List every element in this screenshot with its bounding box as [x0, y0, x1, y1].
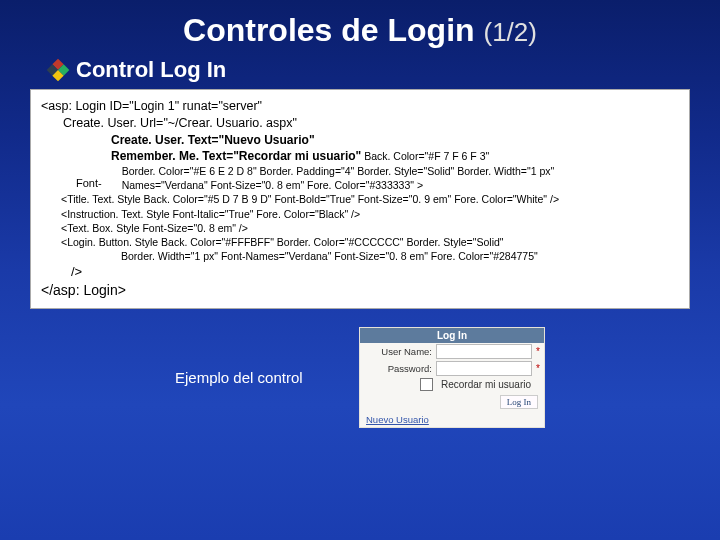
code-line-createurl: Create. User. Url="~/Crear. Usuario. asp…	[41, 115, 679, 132]
password-field[interactable]	[436, 361, 532, 376]
section-heading-row: Control Log In	[50, 57, 720, 83]
remember-label: Recordar mi usuario	[441, 379, 531, 390]
required-star-icon: *	[536, 363, 540, 374]
code-line-border: Border. Color="#E 6 E 2 D 8" Border. Pad…	[122, 164, 555, 178]
slide-title: Controles de Login (1/2)	[0, 0, 720, 49]
code-line-remember: Remember. Me. Text="Recordar mi usuario"…	[41, 148, 679, 164]
code-line-remember-strong: Remember. Me. Text="Recordar mi usuario"	[111, 149, 361, 163]
example-caption: Ejemplo del control	[175, 369, 335, 386]
code-close-login: </asp: Login>	[41, 281, 679, 300]
remember-row: Recordar mi usuario	[360, 377, 544, 392]
password-row: Password: *	[360, 360, 544, 377]
slide-title-fraction: (1/2)	[483, 17, 536, 47]
code-sub3: <Text. Box. Style Font-Size="0. 8 em" />	[61, 221, 679, 235]
slide-title-main: Controles de Login	[183, 12, 475, 48]
diamond-bullet-icon	[47, 59, 70, 82]
login-title-bar: Log In	[360, 328, 544, 343]
code-close-tag: />	[41, 263, 679, 281]
username-label: User Name:	[364, 346, 432, 357]
username-field[interactable]	[436, 344, 532, 359]
caption-row: Ejemplo del control Log In User Name: * …	[0, 327, 720, 428]
code-line-createtext: Create. User. Text="Nuevo Usuario"	[41, 132, 679, 148]
section-heading: Control Log In	[76, 57, 226, 83]
code-sub4a: <Login. Button. Style Back. Color="#FFFB…	[61, 235, 679, 249]
login-widget: Log In User Name: * Password: * Recordar…	[359, 327, 545, 428]
code-subblock: <Title. Text. Style Back. Color="#5 D 7 …	[41, 192, 679, 263]
code-line-remember-rest: Back. Color="#F 7 F 6 F 3"	[361, 150, 489, 162]
code-font-block: Font- Border. Color="#E 6 E 2 D 8" Borde…	[41, 164, 679, 192]
create-user-link[interactable]: Nuevo Usuario	[360, 412, 544, 427]
code-line-open: <asp: Login ID="Login 1" runat="server"	[41, 98, 679, 115]
required-star-icon: *	[536, 346, 540, 357]
login-button[interactable]: Log In	[500, 395, 538, 409]
remember-checkbox[interactable]	[420, 378, 433, 391]
code-line-names: Names="Verdana" Font-Size="0. 8 em" Fore…	[122, 178, 555, 192]
code-font-label: Font-	[76, 164, 102, 192]
username-row: User Name: *	[360, 343, 544, 360]
password-label: Password:	[364, 363, 432, 374]
code-sub2: <Instruction. Text. Style Font-Italic="T…	[61, 207, 679, 221]
code-sub4b: Border. Width="1 px" Font-Names="Verdana…	[61, 249, 679, 263]
code-sub1: <Title. Text. Style Back. Color="#5 D 7 …	[61, 192, 679, 206]
code-panel: <asp: Login ID="Login 1" runat="server" …	[30, 89, 690, 309]
button-row: Log In	[360, 392, 544, 412]
